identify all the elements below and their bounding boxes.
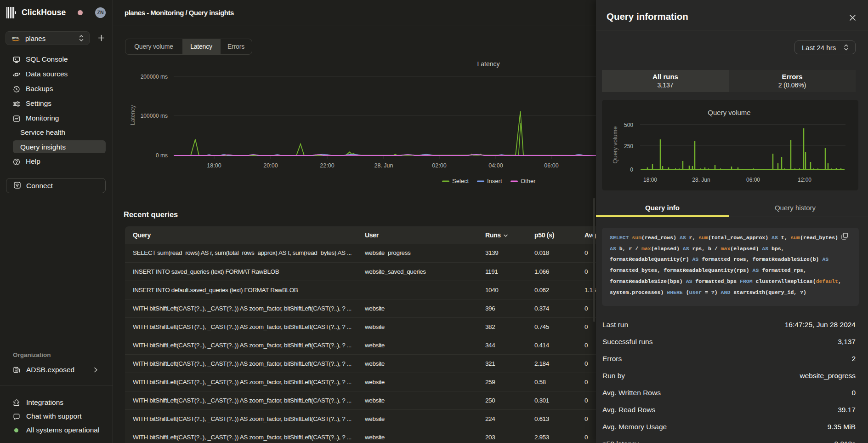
svg-text:Other: Other bbox=[521, 178, 536, 184]
svg-text:20:00: 20:00 bbox=[263, 162, 278, 169]
svg-text:Select: Select bbox=[452, 178, 469, 184]
svg-text:Query volume: Query volume bbox=[708, 109, 750, 116]
svg-text:06:00: 06:00 bbox=[746, 177, 760, 183]
svg-text:22:00: 22:00 bbox=[320, 162, 334, 169]
svg-text:500: 500 bbox=[624, 122, 633, 128]
svg-text:12:00: 12:00 bbox=[798, 177, 811, 183]
svg-text:28. Jun: 28. Jun bbox=[692, 177, 710, 183]
svg-text:250: 250 bbox=[624, 143, 633, 150]
svg-text:04:00: 04:00 bbox=[488, 162, 503, 169]
svg-text:0: 0 bbox=[630, 167, 633, 173]
svg-text:Query volume: Query volume bbox=[612, 127, 618, 164]
svg-text:aws: aws bbox=[12, 35, 19, 40]
svg-text:Insert: Insert bbox=[487, 178, 502, 184]
svg-text:100000 ms: 100000 ms bbox=[141, 113, 168, 119]
svg-text:18:00: 18:00 bbox=[207, 162, 221, 169]
svg-text:18:00: 18:00 bbox=[643, 177, 657, 183]
svg-text:0 ms: 0 ms bbox=[156, 152, 168, 159]
svg-text:Latency: Latency bbox=[130, 105, 136, 126]
svg-text:Latency: Latency bbox=[477, 60, 499, 68]
svg-text:02:00: 02:00 bbox=[432, 162, 446, 169]
svg-text:200000 ms: 200000 ms bbox=[141, 74, 168, 80]
svg-text:06:00: 06:00 bbox=[544, 162, 558, 169]
svg-text:28. Jun: 28. Jun bbox=[374, 162, 393, 169]
